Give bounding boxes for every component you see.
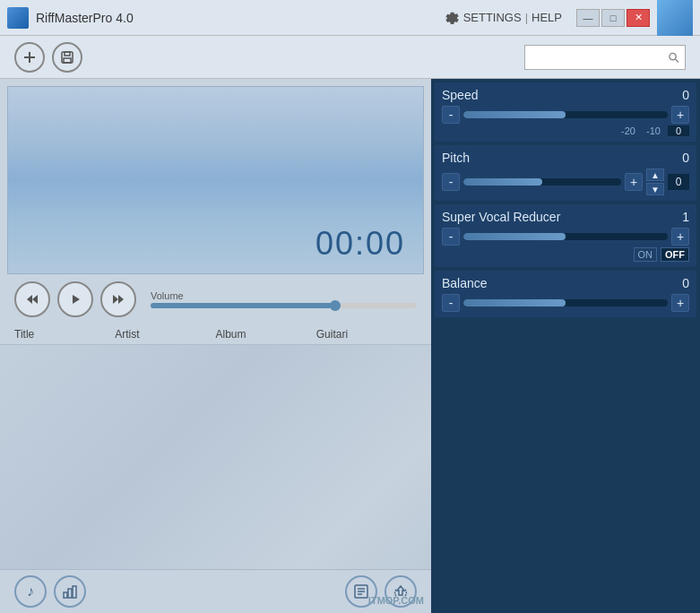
svg-marker-9 bbox=[73, 295, 80, 304]
minimize-button[interactable]: — bbox=[576, 9, 600, 27]
separator: | bbox=[525, 11, 528, 24]
video-area: 00:00 bbox=[7, 86, 424, 274]
pitch-down-button[interactable]: ▼ bbox=[646, 183, 664, 195]
search-input[interactable] bbox=[531, 51, 668, 64]
bottom-bar: ♪ bbox=[0, 569, 431, 613]
track-list bbox=[0, 345, 431, 569]
column-guitarist: Guitari bbox=[316, 328, 417, 341]
svg-marker-8 bbox=[27, 295, 32, 304]
left-panel: 00:00 Volume bbox=[0, 79, 431, 613]
speed-slider[interactable] bbox=[463, 111, 668, 118]
svg-line-6 bbox=[675, 58, 678, 62]
pitch-up-button[interactable]: ▲ bbox=[646, 168, 664, 181]
settings-area: SETTINGS | HELP bbox=[442, 9, 562, 27]
video-timestamp: 00:00 bbox=[315, 225, 405, 263]
play-button[interactable] bbox=[57, 281, 93, 317]
speed-section: Speed 0 - + -20 -10 0 bbox=[435, 82, 696, 142]
volume-section: Volume bbox=[151, 290, 417, 308]
speed-value: 0 bbox=[671, 88, 689, 102]
svr-plus-button[interactable]: + bbox=[671, 228, 689, 246]
pitch-header: Pitch 0 bbox=[442, 151, 689, 165]
speed-marker-m20: -20 bbox=[618, 125, 639, 136]
accent-block bbox=[657, 0, 693, 36]
save-button[interactable] bbox=[52, 42, 82, 73]
speed-marker-0: 0 bbox=[668, 125, 689, 136]
balance-section: Balance 0 - + bbox=[435, 271, 696, 317]
speed-plus-button[interactable]: + bbox=[671, 106, 689, 124]
balance-plus-button[interactable]: + bbox=[671, 294, 689, 312]
speed-markers: -20 -10 0 bbox=[442, 125, 689, 136]
speed-marker-m10: -10 bbox=[643, 125, 664, 136]
balance-slider-fill bbox=[463, 299, 566, 306]
help-label[interactable]: HELP bbox=[531, 11, 562, 24]
balance-control-row: - + bbox=[442, 294, 689, 312]
pitch-slider[interactable] bbox=[463, 178, 621, 186]
svg-rect-3 bbox=[65, 52, 70, 56]
right-panel: Speed 0 - + -20 -10 0 Pitch 0 bbox=[431, 79, 700, 613]
svr-slider[interactable] bbox=[463, 233, 668, 240]
svg-rect-4 bbox=[64, 58, 71, 63]
column-album: Album bbox=[216, 328, 316, 341]
svr-off-button[interactable]: OFF bbox=[661, 247, 689, 262]
speed-slider-fill bbox=[463, 111, 566, 118]
title-bar: RiffMasterPro 4.0 SETTINGS | HELP — □ ✕ bbox=[0, 0, 700, 36]
rewind-button[interactable] bbox=[14, 281, 50, 317]
svg-point-5 bbox=[670, 53, 676, 59]
speed-header: Speed 0 bbox=[442, 88, 689, 102]
app-title: RiffMasterPro 4.0 bbox=[36, 11, 442, 25]
balance-slider[interactable] bbox=[463, 299, 668, 306]
chart-icon bbox=[62, 583, 78, 600]
svg-rect-13 bbox=[68, 589, 72, 598]
gear-icon bbox=[442, 9, 460, 27]
svr-section: Super Vocal Reducer 1 - + ON OFF bbox=[435, 204, 696, 267]
pitch-control-row: - + ▲ ▼ 0 bbox=[442, 168, 689, 195]
svr-minus-button[interactable]: - bbox=[442, 228, 460, 246]
search-box bbox=[524, 45, 686, 70]
balance-value: 0 bbox=[671, 276, 689, 290]
svg-marker-11 bbox=[118, 295, 124, 304]
watermark: ITMOP.COM bbox=[368, 595, 424, 606]
balance-header: Balance 0 bbox=[442, 276, 689, 290]
pitch-arrows: ▲ ▼ bbox=[646, 168, 664, 195]
search-icon bbox=[668, 51, 679, 64]
pitch-section: Pitch 0 - + ▲ ▼ 0 bbox=[435, 145, 696, 201]
transport-controls: Volume bbox=[0, 274, 431, 324]
svr-title: Super Vocal Reducer bbox=[442, 210, 560, 224]
app-icon bbox=[7, 7, 29, 29]
pitch-minus-button[interactable]: - bbox=[442, 173, 460, 191]
track-header: Title Artist Album Guitari bbox=[0, 324, 431, 345]
svr-control-row: - + bbox=[442, 228, 689, 246]
play-icon bbox=[68, 292, 82, 306]
main: 00:00 Volume bbox=[0, 79, 700, 613]
svr-value: 1 bbox=[671, 210, 689, 224]
chart-button[interactable] bbox=[54, 575, 86, 608]
toolbar bbox=[0, 36, 700, 79]
settings-label[interactable]: SETTINGS bbox=[463, 11, 522, 24]
balance-title: Balance bbox=[442, 276, 488, 290]
pitch-slider-fill bbox=[463, 178, 542, 186]
speed-minus-button[interactable]: - bbox=[442, 106, 460, 124]
column-artist: Artist bbox=[115, 328, 215, 341]
svr-on-button[interactable]: ON bbox=[634, 247, 658, 262]
maximize-button[interactable]: □ bbox=[601, 9, 625, 27]
svr-header: Super Vocal Reducer 1 bbox=[442, 210, 689, 224]
svg-rect-14 bbox=[73, 586, 76, 598]
playlist-icon bbox=[353, 583, 369, 600]
window-controls: — □ ✕ bbox=[576, 9, 650, 27]
pitch-value: 0 bbox=[671, 151, 689, 165]
svr-toggle-row: ON OFF bbox=[442, 247, 689, 262]
forward-button[interactable] bbox=[100, 281, 136, 317]
svr-slider-fill bbox=[463, 233, 566, 240]
pitch-plus-button[interactable]: + bbox=[625, 173, 643, 191]
music-note-button[interactable]: ♪ bbox=[14, 575, 47, 608]
close-button[interactable]: ✕ bbox=[627, 9, 650, 27]
forward-icon bbox=[111, 292, 125, 306]
svg-rect-12 bbox=[64, 592, 67, 598]
volume-slider[interactable] bbox=[151, 303, 417, 308]
speed-control-row: - + bbox=[442, 106, 689, 124]
balance-minus-button[interactable]: - bbox=[442, 294, 460, 312]
pitch-title: Pitch bbox=[442, 151, 470, 165]
pitch-sub-value: 0 bbox=[668, 174, 689, 190]
add-button[interactable] bbox=[14, 42, 45, 73]
column-title: Title bbox=[14, 328, 115, 341]
